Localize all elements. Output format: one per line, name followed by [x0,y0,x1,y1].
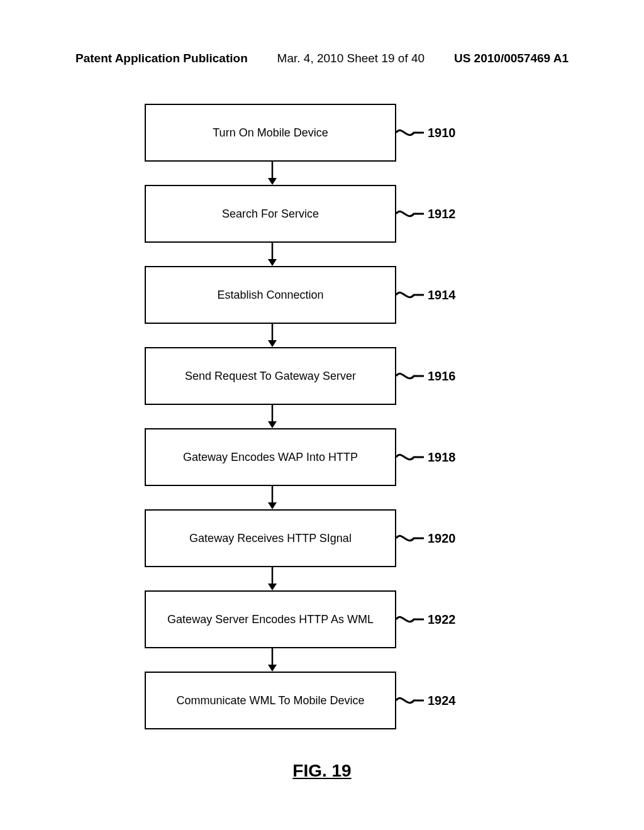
flow-box: Gateway Encodes WAP Into HTTP [145,428,396,486]
flow-box-text: Gateway Server Encodes HTTP As WML [167,613,374,626]
flow-step: Send Request To Gateway Server 1916 [0,347,644,405]
flow-arrow [0,567,644,590]
page-header: Patent Application Publication Mar. 4, 2… [0,52,644,65]
flow-arrow [0,324,644,347]
ref-callout: 1916 [396,347,456,405]
ref-callout: 1914 [396,266,456,324]
callout-tilde-icon [396,285,424,304]
svg-marker-7 [268,421,277,428]
flow-arrow [0,405,644,428]
flow-step: Search For Service 1912 [0,185,644,243]
svg-marker-13 [268,665,277,672]
flow-box-text: Communicate WML To Mobile Device [176,694,364,707]
down-arrow-icon [268,405,277,428]
flow-box: Turn On Mobile Device [145,104,396,162]
flow-arrow [0,648,644,672]
ref-number: 1920 [428,531,456,546]
flow-box: Search For Service [145,185,396,243]
flow-arrow [0,243,644,266]
down-arrow-icon [268,243,277,266]
ref-callout: 1912 [396,185,456,243]
down-arrow-icon [268,486,277,509]
ref-callout: 1920 [396,509,456,567]
flow-box: Establish Connection [145,266,396,324]
svg-marker-5 [268,340,277,347]
flow-arrow [0,162,644,185]
flowchart: Turn On Mobile Device 1910 Search For Se… [0,104,644,729]
flow-box: Gateway Receives HTTP SIgnal [145,509,396,567]
ref-number: 1912 [428,207,456,221]
ref-number: 1910 [428,126,456,140]
figure-title: FIG. 19 [0,761,644,781]
flow-arrow [0,486,644,509]
flow-box-text: Search For Service [222,208,319,221]
flow-step: Establish Connection 1914 [0,266,644,324]
callout-tilde-icon [396,691,424,710]
svg-marker-1 [268,178,277,185]
ref-callout: 1924 [396,672,456,729]
flow-step: Communicate WML To Mobile Device 1924 [0,672,644,729]
svg-marker-9 [268,502,277,509]
svg-marker-3 [268,259,277,266]
down-arrow-icon [268,648,277,672]
ref-callout: 1922 [396,590,456,648]
flow-box-text: Establish Connection [217,289,323,302]
ref-number: 1916 [428,369,456,384]
callout-tilde-icon [396,367,424,385]
flow-step: Gateway Server Encodes HTTP As WML 1922 [0,590,644,648]
date-sheet-label: Mar. 4, 2010 Sheet 19 of 40 [277,52,425,65]
publication-label: Patent Application Publication [75,52,248,65]
patent-number-label: US 2010/0057469 A1 [454,52,569,65]
flow-box-text: Send Request To Gateway Server [185,370,356,383]
callout-tilde-icon [396,448,424,467]
ref-number: 1924 [428,694,456,708]
flow-step: Gateway Encodes WAP Into HTTP 1918 [0,428,644,486]
ref-number: 1914 [428,288,456,302]
ref-number: 1922 [428,612,456,627]
ref-callout: 1918 [396,428,456,486]
flow-box: Send Request To Gateway Server [145,347,396,405]
flow-box-text: Gateway Receives HTTP SIgnal [189,532,352,545]
down-arrow-icon [268,567,277,590]
callout-tilde-icon [396,123,424,142]
flow-box: Gateway Server Encodes HTTP As WML [145,590,396,648]
callout-tilde-icon [396,204,424,223]
flow-step: Turn On Mobile Device 1910 [0,104,644,162]
callout-tilde-icon [396,529,424,548]
svg-marker-11 [268,584,277,590]
down-arrow-icon [268,324,277,347]
flow-box-text: Gateway Encodes WAP Into HTTP [183,451,358,464]
flow-box: Communicate WML To Mobile Device [145,672,396,729]
callout-tilde-icon [396,610,424,629]
flow-step: Gateway Receives HTTP SIgnal 1920 [0,509,644,567]
ref-callout: 1910 [396,104,456,162]
down-arrow-icon [268,162,277,185]
flow-box-text: Turn On Mobile Device [213,126,328,140]
ref-number: 1918 [428,450,456,465]
